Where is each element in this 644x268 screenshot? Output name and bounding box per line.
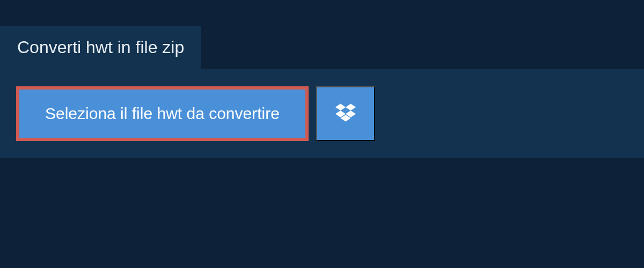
select-file-button[interactable]: Seleziona il file hwt da convertire bbox=[16, 86, 309, 141]
content-panel: Seleziona il file hwt da convertire bbox=[0, 69, 644, 158]
dropbox-icon bbox=[335, 103, 356, 124]
header-tab: Converti hwt in file zip bbox=[0, 26, 201, 69]
dropbox-button[interactable] bbox=[316, 86, 375, 141]
button-row: Seleziona il file hwt da convertire bbox=[16, 86, 628, 141]
page-title: Converti hwt in file zip bbox=[17, 38, 184, 57]
select-file-label: Seleziona il file hwt da convertire bbox=[45, 105, 280, 123]
